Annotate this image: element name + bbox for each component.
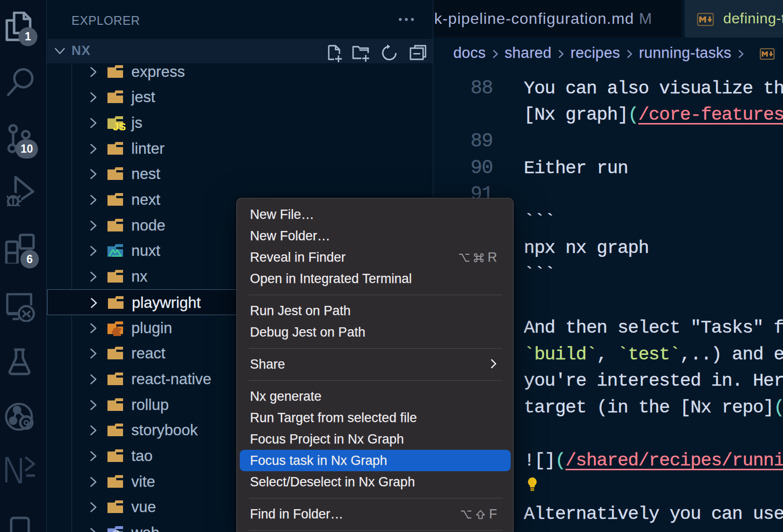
svg-text:JS: JS (113, 121, 126, 132)
